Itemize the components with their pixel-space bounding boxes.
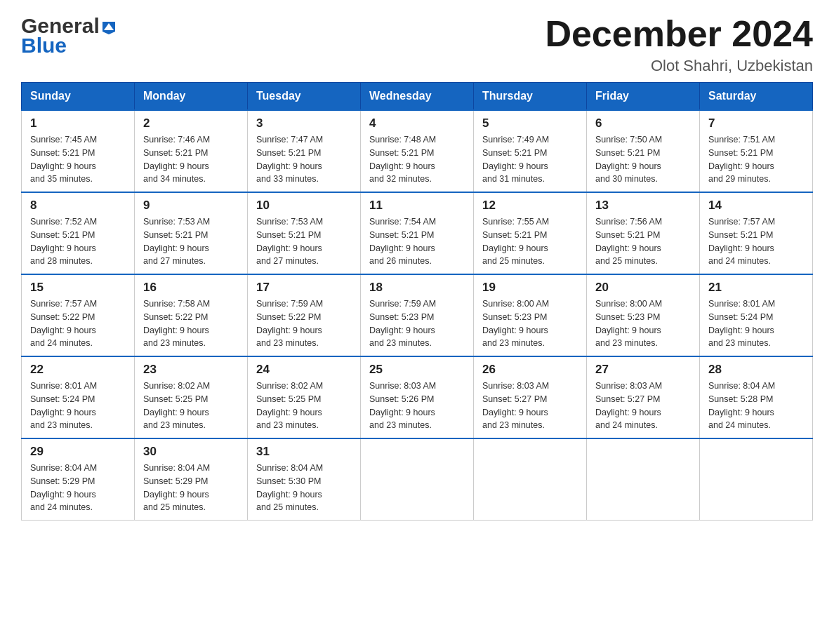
day-number-2: 2: [143, 116, 239, 130]
day-info-7: Sunrise: 7:51 AMSunset: 5:21 PMDaylight:…: [708, 133, 804, 186]
day-number-15: 15: [30, 281, 126, 295]
page-header: General Blue December 2024 Olot Shahri, …: [21, 14, 813, 75]
calendar-day-15: 15Sunrise: 7:57 AMSunset: 5:22 PMDayligh…: [22, 274, 135, 356]
calendar-day-30: 30Sunrise: 8:04 AMSunset: 5:29 PMDayligh…: [135, 438, 248, 521]
day-info-14: Sunrise: 7:57 AMSunset: 5:21 PMDaylight:…: [708, 215, 804, 268]
day-number-22: 22: [30, 363, 126, 377]
calendar-day-6: 6Sunrise: 7:50 AMSunset: 5:21 PMDaylight…: [587, 110, 700, 192]
calendar-day-8: 8Sunrise: 7:52 AMSunset: 5:21 PMDaylight…: [22, 192, 135, 274]
day-number-4: 4: [369, 116, 465, 130]
day-info-23: Sunrise: 8:02 AMSunset: 5:25 PMDaylight:…: [143, 380, 239, 432]
calendar-day-10: 10Sunrise: 7:53 AMSunset: 5:21 PMDayligh…: [248, 192, 361, 274]
day-number-5: 5: [482, 116, 578, 130]
day-info-15: Sunrise: 7:57 AMSunset: 5:22 PMDaylight:…: [30, 297, 126, 350]
calendar-day-19: 19Sunrise: 8:00 AMSunset: 5:23 PMDayligh…: [474, 274, 587, 356]
calendar-empty-cell: [700, 438, 813, 521]
logo: General Blue: [21, 14, 117, 58]
calendar-header: SundayMondayTuesdayWednesdayThursdayFrid…: [22, 83, 813, 111]
day-info-11: Sunrise: 7:54 AMSunset: 5:21 PMDaylight:…: [369, 215, 465, 268]
calendar-day-21: 21Sunrise: 8:01 AMSunset: 5:24 PMDayligh…: [700, 274, 813, 356]
calendar-day-29: 29Sunrise: 8:04 AMSunset: 5:29 PMDayligh…: [22, 438, 135, 521]
day-info-26: Sunrise: 8:03 AMSunset: 5:27 PMDaylight:…: [482, 380, 578, 432]
calendar-day-22: 22Sunrise: 8:01 AMSunset: 5:24 PMDayligh…: [22, 356, 135, 438]
calendar-day-16: 16Sunrise: 7:58 AMSunset: 5:22 PMDayligh…: [135, 274, 248, 356]
calendar-day-14: 14Sunrise: 7:57 AMSunset: 5:21 PMDayligh…: [700, 192, 813, 274]
calendar-day-26: 26Sunrise: 8:03 AMSunset: 5:27 PMDayligh…: [474, 356, 587, 438]
weekday-header-thursday: Thursday: [474, 83, 587, 111]
day-info-29: Sunrise: 8:04 AMSunset: 5:29 PMDaylight:…: [30, 462, 126, 514]
weekday-header-tuesday: Tuesday: [248, 83, 361, 111]
day-number-28: 28: [708, 363, 804, 377]
month-title: December 2024: [545, 14, 813, 54]
day-number-7: 7: [708, 116, 804, 130]
calendar-day-11: 11Sunrise: 7:54 AMSunset: 5:21 PMDayligh…: [361, 192, 474, 274]
calendar-day-9: 9Sunrise: 7:53 AMSunset: 5:21 PMDaylight…: [135, 192, 248, 274]
calendar-day-25: 25Sunrise: 8:03 AMSunset: 5:26 PMDayligh…: [361, 356, 474, 438]
calendar-day-18: 18Sunrise: 7:59 AMSunset: 5:23 PMDayligh…: [361, 274, 474, 356]
day-info-12: Sunrise: 7:55 AMSunset: 5:21 PMDaylight:…: [482, 215, 578, 268]
weekday-header-friday: Friday: [587, 83, 700, 111]
calendar-empty-cell: [361, 438, 474, 521]
title-section: December 2024 Olot Shahri, Uzbekistan: [545, 14, 813, 75]
calendar-week-5: 29Sunrise: 8:04 AMSunset: 5:29 PMDayligh…: [22, 438, 813, 521]
day-info-3: Sunrise: 7:47 AMSunset: 5:21 PMDaylight:…: [256, 133, 352, 186]
day-number-30: 30: [143, 445, 239, 459]
day-info-27: Sunrise: 8:03 AMSunset: 5:27 PMDaylight:…: [595, 380, 691, 432]
day-number-29: 29: [30, 445, 126, 459]
weekday-header-wednesday: Wednesday: [361, 83, 474, 111]
calendar-week-1: 1Sunrise: 7:45 AMSunset: 5:21 PMDaylight…: [22, 110, 813, 192]
logo-blue: Blue: [21, 34, 67, 58]
calendar-day-4: 4Sunrise: 7:48 AMSunset: 5:21 PMDaylight…: [361, 110, 474, 192]
day-info-2: Sunrise: 7:46 AMSunset: 5:21 PMDaylight:…: [143, 133, 239, 186]
day-info-19: Sunrise: 8:00 AMSunset: 5:23 PMDaylight:…: [482, 297, 578, 350]
day-number-13: 13: [595, 199, 691, 213]
day-info-10: Sunrise: 7:53 AMSunset: 5:21 PMDaylight:…: [256, 215, 352, 268]
calendar-day-28: 28Sunrise: 8:04 AMSunset: 5:28 PMDayligh…: [700, 356, 813, 438]
day-number-1: 1: [30, 116, 126, 130]
day-info-8: Sunrise: 7:52 AMSunset: 5:21 PMDaylight:…: [30, 215, 126, 268]
calendar-empty-cell: [474, 438, 587, 521]
day-number-24: 24: [256, 363, 352, 377]
day-info-30: Sunrise: 8:04 AMSunset: 5:29 PMDaylight:…: [143, 462, 239, 514]
day-info-1: Sunrise: 7:45 AMSunset: 5:21 PMDaylight:…: [30, 133, 126, 186]
calendar-empty-cell: [587, 438, 700, 521]
calendar-day-24: 24Sunrise: 8:02 AMSunset: 5:25 PMDayligh…: [248, 356, 361, 438]
weekday-header-monday: Monday: [135, 83, 248, 111]
day-info-22: Sunrise: 8:01 AMSunset: 5:24 PMDaylight:…: [30, 380, 126, 432]
calendar-day-27: 27Sunrise: 8:03 AMSunset: 5:27 PMDayligh…: [587, 356, 700, 438]
day-info-5: Sunrise: 7:49 AMSunset: 5:21 PMDaylight:…: [482, 133, 578, 186]
day-info-24: Sunrise: 8:02 AMSunset: 5:25 PMDaylight:…: [256, 380, 352, 432]
calendar-day-12: 12Sunrise: 7:55 AMSunset: 5:21 PMDayligh…: [474, 192, 587, 274]
day-number-23: 23: [143, 363, 239, 377]
calendar-day-5: 5Sunrise: 7:49 AMSunset: 5:21 PMDaylight…: [474, 110, 587, 192]
calendar-week-4: 22Sunrise: 8:01 AMSunset: 5:24 PMDayligh…: [22, 356, 813, 438]
day-number-18: 18: [369, 281, 465, 295]
calendar-day-1: 1Sunrise: 7:45 AMSunset: 5:21 PMDaylight…: [22, 110, 135, 192]
day-info-25: Sunrise: 8:03 AMSunset: 5:26 PMDaylight:…: [369, 380, 465, 432]
day-number-6: 6: [595, 116, 691, 130]
day-info-28: Sunrise: 8:04 AMSunset: 5:28 PMDaylight:…: [708, 380, 804, 432]
location: Olot Shahri, Uzbekistan: [545, 57, 813, 75]
calendar-day-7: 7Sunrise: 7:51 AMSunset: 5:21 PMDaylight…: [700, 110, 813, 192]
weekday-header-sunday: Sunday: [22, 83, 135, 111]
day-number-31: 31: [256, 445, 352, 459]
day-number-16: 16: [143, 281, 239, 295]
day-number-9: 9: [143, 199, 239, 213]
day-number-14: 14: [708, 199, 804, 213]
weekday-header-row: SundayMondayTuesdayWednesdayThursdayFrid…: [22, 83, 813, 111]
day-info-31: Sunrise: 8:04 AMSunset: 5:30 PMDaylight:…: [256, 462, 352, 514]
calendar-day-2: 2Sunrise: 7:46 AMSunset: 5:21 PMDaylight…: [135, 110, 248, 192]
calendar-day-23: 23Sunrise: 8:02 AMSunset: 5:25 PMDayligh…: [135, 356, 248, 438]
calendar-day-31: 31Sunrise: 8:04 AMSunset: 5:30 PMDayligh…: [248, 438, 361, 521]
day-number-26: 26: [482, 363, 578, 377]
day-info-6: Sunrise: 7:50 AMSunset: 5:21 PMDaylight:…: [595, 133, 691, 186]
day-info-13: Sunrise: 7:56 AMSunset: 5:21 PMDaylight:…: [595, 215, 691, 268]
day-number-17: 17: [256, 281, 352, 295]
calendar-day-13: 13Sunrise: 7:56 AMSunset: 5:21 PMDayligh…: [587, 192, 700, 274]
day-number-25: 25: [369, 363, 465, 377]
day-info-4: Sunrise: 7:48 AMSunset: 5:21 PMDaylight:…: [369, 133, 465, 186]
day-number-3: 3: [256, 116, 352, 130]
day-number-12: 12: [482, 199, 578, 213]
logo-triangle-icon: [101, 19, 117, 34]
day-info-9: Sunrise: 7:53 AMSunset: 5:21 PMDaylight:…: [143, 215, 239, 268]
